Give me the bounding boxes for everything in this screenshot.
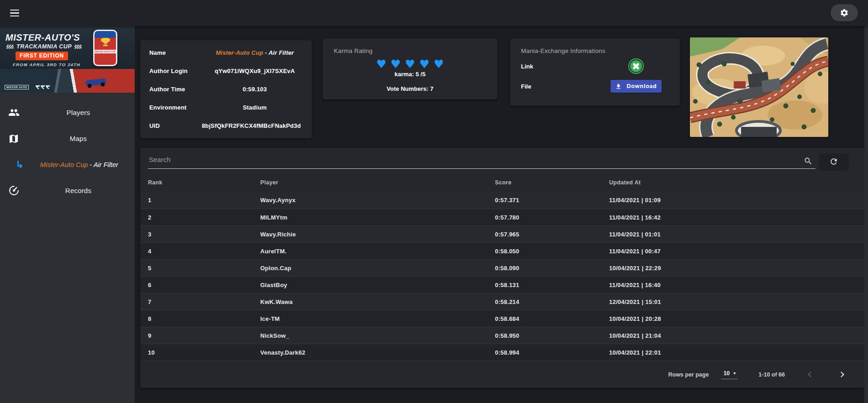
sidebar-item-records[interactable]: Records xyxy=(0,178,135,204)
sidebar-item-label: Players xyxy=(28,109,135,116)
score-cell: 0:57.371 xyxy=(495,197,609,204)
next-page-button[interactable] xyxy=(836,368,846,381)
table-row[interactable]: 7 KwK.Wawa 0:58.214 12/04/2021 | 15:01 xyxy=(140,293,864,310)
pagination-range: 1-10 of 66 xyxy=(758,372,785,378)
score-cell: 0:58.090 xyxy=(495,265,609,272)
table-row[interactable]: 5 Oplon.Cap 0:58.090 10/04/2021 | 22:29 xyxy=(140,259,864,276)
scrollbar[interactable] xyxy=(864,26,868,403)
table-row[interactable]: 2 MILMYtm 0:57.780 11/04/2021 | 16:42 xyxy=(140,209,864,225)
heart-icon: ♥ xyxy=(419,58,429,70)
author-time-value: 0:59.103 xyxy=(209,86,301,93)
heart-icon: ♥ xyxy=(376,58,386,70)
score-cell: 0:57.780 xyxy=(495,214,609,221)
race-car-art xyxy=(85,79,106,87)
settings-button[interactable] xyxy=(831,4,858,21)
table-pagination: Rows per page 10 ▾ 1-10 of 66 xyxy=(140,361,864,388)
heart-icon: ♥ xyxy=(405,58,415,70)
updated-at-cell: 10/04/2021 | 22:29 xyxy=(609,265,864,272)
map-thumbnail xyxy=(690,37,828,137)
sidebar-item-players[interactable]: Players xyxy=(0,99,135,126)
updated-at-cell: 11/04/2021 | 16:42 xyxy=(609,214,864,221)
search-field xyxy=(148,153,815,170)
player-cell: GlastBoy xyxy=(260,282,495,288)
rank-cell: 3 xyxy=(148,231,260,238)
refresh-icon xyxy=(829,157,838,166)
sidebar-item-current-map[interactable]: ↳ Mister-Auto Cup - Air Filter xyxy=(0,152,135,178)
table-row[interactable]: 10 Venasty.Dark62 0:58.994 10/04/2021 | … xyxy=(140,344,864,361)
download-icon xyxy=(615,83,622,90)
cup-banner: MISTER-AUTO'S TRACKAMNIA CUP FIRST EDITI… xyxy=(0,26,135,93)
gear-icon xyxy=(840,8,849,17)
table-row[interactable]: 4 AurelTM. 0:58.050 11/04/2021 | 00:47 xyxy=(140,242,864,259)
info-label: Author Login xyxy=(149,68,209,74)
column-header-updated-at: Updated At xyxy=(609,179,864,186)
banner-edition-tag: FIRST EDITION xyxy=(16,52,68,60)
updated-at-cell: 10/04/2021 | 21:04 xyxy=(609,332,864,339)
info-label: Name xyxy=(149,49,209,56)
rank-cell: 10 xyxy=(148,349,260,356)
score-cell: 0:57.965 xyxy=(495,231,609,238)
search-icon[interactable] xyxy=(804,157,813,166)
score-cell: 0:58.994 xyxy=(495,349,609,356)
mx-link-row: Link xyxy=(519,56,671,76)
updated-at-cell: 11/04/2021 | 01:09 xyxy=(609,197,864,204)
rank-cell: 8 xyxy=(148,315,260,322)
chevron-down-icon: ▾ xyxy=(733,371,736,376)
rows-per-page-select[interactable]: 10 ▾ xyxy=(721,370,737,379)
rank-cell: 9 xyxy=(148,332,260,339)
karma-score: karma: 5 /5 xyxy=(323,71,497,78)
column-header-player: Player xyxy=(260,179,495,186)
score-cell: 0:58.684 xyxy=(495,315,609,322)
mx-link-label: Link xyxy=(519,63,601,70)
player-cell: Oplon.Cap xyxy=(260,265,495,272)
main-content: Name Mister-Auto Cup - Air Filter Author… xyxy=(135,26,868,403)
mania-exchange-link-icon[interactable] xyxy=(628,58,644,74)
info-row-author-login: Author Login qYw071iWQXu9_jXI7SXEvA xyxy=(149,62,301,80)
author-login-value: qYw071iWQXu9_jXI7SXEvA xyxy=(209,68,301,74)
info-row-author-time: Author Time 0:59.103 xyxy=(149,80,301,99)
refresh-button[interactable] xyxy=(819,153,848,170)
player-cell: Ice-TM xyxy=(260,315,495,322)
sidebar-item-maps[interactable]: Maps xyxy=(0,126,135,152)
previous-page-button[interactable] xyxy=(806,368,815,381)
updated-at-cell: 10/04/2021 | 20:28 xyxy=(609,315,864,322)
uid-value: 8bjSfQkFR2FKCX4fMBcFNakPd3d xyxy=(202,122,301,129)
karma-rating-card: Karma Rating ♥♥♥♥♥ karma: 5 /5 Vote Numb… xyxy=(323,38,497,99)
mx-card-title: Mania-Exchange Informations xyxy=(519,38,671,54)
sidebar-item-label: Maps xyxy=(28,135,135,142)
records-panel: Rank Player Score Updated At 1 Wavy.Ayny… xyxy=(140,148,864,388)
karma-hearts: ♥♥♥♥♥ xyxy=(323,58,497,70)
environment-value: Stadium xyxy=(209,104,301,111)
info-row-name: Name Mister-Auto Cup - Air Filter xyxy=(149,44,301,62)
map-icon xyxy=(0,133,28,144)
rank-cell: 2 xyxy=(148,214,260,221)
table-header: Rank Player Score Updated At xyxy=(140,170,864,192)
table-row[interactable]: 3 Wavy.Richie 0:57.965 11/04/2021 | 01:0… xyxy=(140,225,864,242)
player-cell: Venasty.Dark62 xyxy=(260,349,495,356)
rank-cell: 1 xyxy=(148,197,260,204)
score-cell: 0:58.214 xyxy=(495,298,609,305)
menu-icon[interactable] xyxy=(5,4,26,22)
table-row[interactable]: 8 Ice-TM 0:58.684 10/04/2021 | 20:28 xyxy=(140,310,864,327)
sidebar-item-label: Mister-Auto Cup - Air Filter xyxy=(28,161,135,168)
table-row[interactable]: 6 GlastBoy 0:58.131 11/04/2021 | 16:40 xyxy=(140,276,864,293)
rank-cell: 5 xyxy=(148,265,260,272)
karma-card-title: Karma Rating xyxy=(323,38,497,54)
table-row[interactable]: 1 Wavy.Aynyx 0:57.371 11/04/2021 | 01:09 xyxy=(140,192,864,209)
rows-per-page-label: Rows per page xyxy=(668,372,709,378)
rank-cell: 4 xyxy=(148,248,260,255)
updated-at-cell: 11/04/2021 | 01:01 xyxy=(609,231,864,238)
chevron-right-icon xyxy=(838,372,844,377)
download-button[interactable]: Download xyxy=(610,80,662,93)
score-cell: 0:58.050 xyxy=(495,248,609,255)
player-cell: Wavy.Aynyx xyxy=(260,197,495,204)
map-info-card: Name Mister-Auto Cup - Air Filter Author… xyxy=(140,40,312,138)
people-icon xyxy=(0,107,28,118)
heart-icon: ♥ xyxy=(434,58,444,70)
updated-at-cell: 11/04/2021 | 00:47 xyxy=(609,248,864,255)
mx-file-row: File Download xyxy=(519,76,671,96)
table-row[interactable]: 9 NickSow_ 0:58.950 10/04/2021 | 21:04 xyxy=(140,327,864,344)
speedometer-icon xyxy=(0,185,28,196)
search-input[interactable] xyxy=(148,153,815,169)
column-header-score: Score xyxy=(495,179,609,186)
